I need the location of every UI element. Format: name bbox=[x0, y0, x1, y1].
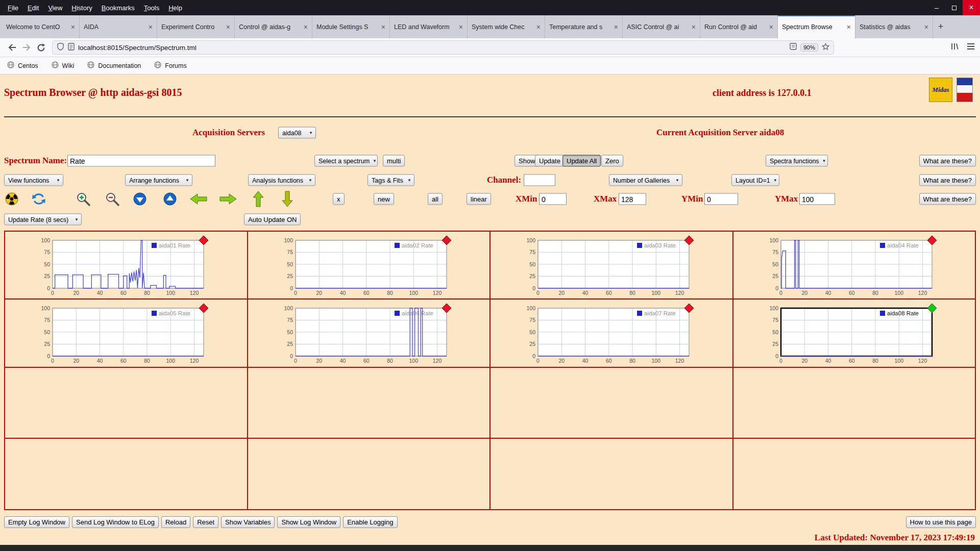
channel-input[interactable] bbox=[524, 174, 555, 186]
gallery-cell-3[interactable]: 0204060801001200255075100aida03 Rate bbox=[490, 231, 733, 299]
menu-history[interactable]: History bbox=[67, 4, 96, 12]
tab-close-icon[interactable]: × bbox=[536, 23, 541, 31]
tab-9[interactable]: ASIC Control @ ai× bbox=[623, 15, 700, 38]
empty-log-window-button[interactable]: Empty Log Window bbox=[4, 516, 69, 528]
new-button[interactable]: new bbox=[374, 193, 394, 205]
tab-close-icon[interactable]: × bbox=[149, 23, 153, 31]
arrow-down-icon[interactable] bbox=[281, 190, 294, 208]
arrange-functions-dropdown[interactable]: Arrange functions▼ bbox=[125, 174, 192, 186]
tab-6[interactable]: LED and Waveform× bbox=[390, 15, 468, 38]
spectrum-chart[interactable]: 0204060801001200255075100aida06 Rate bbox=[251, 301, 484, 364]
tab-close-icon[interactable]: × bbox=[71, 23, 75, 31]
bookmark-centos[interactable]: Centos bbox=[7, 61, 38, 70]
menu-help[interactable]: Help bbox=[164, 4, 187, 12]
gallery-cell-7[interactable]: 0204060801001200255075100aida07 Rate bbox=[490, 299, 733, 367]
tab-close-icon[interactable]: × bbox=[924, 23, 928, 31]
arrow-right-icon[interactable] bbox=[219, 192, 237, 206]
tab-11[interactable]: Spectrum Browse× bbox=[778, 15, 855, 38]
bookmark-star-icon[interactable] bbox=[822, 43, 829, 53]
gallery-cell-5[interactable]: 0204060801001200255075100aida05 Rate bbox=[5, 299, 248, 367]
maximize-button[interactable] bbox=[945, 0, 963, 15]
reset-button[interactable]: Reset bbox=[193, 516, 218, 528]
tab-close-icon[interactable]: × bbox=[614, 23, 618, 31]
shield-icon[interactable] bbox=[57, 42, 64, 53]
auto-update-button[interactable]: Auto Update ON bbox=[244, 214, 301, 226]
spectrum-chart[interactable]: 0204060801001200255075100aida08 Rate bbox=[736, 301, 970, 364]
zoom-in-icon[interactable] bbox=[76, 191, 91, 207]
arrow-left-icon[interactable] bbox=[189, 192, 208, 206]
spectrum-chart[interactable]: 0204060801001200255075100aida05 Rate bbox=[8, 301, 241, 364]
menu-tools[interactable]: Tools bbox=[139, 4, 164, 12]
tab-7[interactable]: System wide Chec× bbox=[468, 15, 545, 38]
reader-mode-icon[interactable] bbox=[790, 43, 797, 52]
ymin-input[interactable] bbox=[704, 193, 738, 205]
zoom-out-icon[interactable] bbox=[105, 191, 120, 207]
tab-close-icon[interactable]: × bbox=[226, 23, 230, 31]
gallery-cell-2[interactable]: 0204060801001200255075100aida02 Rate bbox=[248, 231, 491, 299]
midas-logo[interactable]: Midas bbox=[929, 78, 952, 102]
app-menu-icon[interactable] bbox=[967, 43, 975, 52]
arrow-up-icon[interactable] bbox=[252, 190, 265, 208]
what-are-these-button[interactable]: What are these? bbox=[919, 155, 976, 167]
spectra-functions-dropdown[interactable]: Spectra functions▼ bbox=[766, 155, 828, 167]
tab-close-icon[interactable]: × bbox=[847, 23, 851, 31]
site-info-icon[interactable] bbox=[68, 43, 75, 53]
radiation-icon[interactable] bbox=[5, 192, 18, 206]
spectrum-name-input[interactable] bbox=[67, 155, 215, 167]
analysis-functions-dropdown[interactable]: Analysis functions▼ bbox=[248, 174, 315, 186]
multi-button[interactable]: multi bbox=[383, 155, 405, 167]
how-to-use-button[interactable]: How to use this page bbox=[906, 516, 976, 528]
spectrum-chart[interactable]: 0204060801001200255075100aida07 Rate bbox=[493, 301, 727, 364]
tab-10[interactable]: Run Control @ aid× bbox=[700, 15, 778, 38]
xmin-input[interactable] bbox=[539, 193, 567, 205]
spectrum-chart[interactable]: 0204060801001200255075100aida01 Rate bbox=[8, 233, 241, 296]
gallery-cell-1[interactable]: 0204060801001200255075100aida01 Rate bbox=[5, 231, 248, 299]
zero-button[interactable]: Zero bbox=[601, 155, 623, 167]
forward-button[interactable] bbox=[19, 40, 34, 55]
menu-view[interactable]: View bbox=[43, 4, 67, 12]
tab-8[interactable]: Temperature and s× bbox=[545, 15, 623, 38]
refresh-icon[interactable] bbox=[32, 192, 46, 206]
tab-close-icon[interactable]: × bbox=[304, 23, 308, 31]
what-are-these-button[interactable]: What are these? bbox=[919, 193, 976, 205]
acquisition-server-dropdown[interactable]: aida08▼ bbox=[278, 127, 316, 139]
galleries-dropdown[interactable]: Number of Galleries▼ bbox=[609, 174, 682, 186]
gallery-cell-8[interactable]: 0204060801001200255075100aida08 Rate bbox=[733, 299, 976, 367]
circle-arrow-down-icon[interactable] bbox=[133, 192, 146, 206]
tab-close-icon[interactable]: × bbox=[459, 23, 463, 31]
tab-close-icon[interactable]: × bbox=[769, 23, 773, 31]
tab-5[interactable]: Module Settings S× bbox=[312, 15, 390, 38]
tab-close-icon[interactable]: × bbox=[692, 23, 696, 31]
show-variables-button[interactable]: Show Variables bbox=[221, 516, 275, 528]
circle-arrow-up-icon[interactable] bbox=[163, 192, 177, 206]
menu-edit[interactable]: Edit bbox=[23, 4, 43, 12]
reload-button[interactable]: Reload bbox=[161, 516, 190, 528]
update-all-button[interactable]: Update All bbox=[562, 155, 601, 167]
zoom-level-chip[interactable]: 90% bbox=[800, 43, 818, 52]
update-button[interactable]: Update bbox=[535, 155, 565, 167]
close-button[interactable]: × bbox=[963, 0, 980, 15]
url-bar[interactable]: localhost:8015/Spectrum/Spectrum.tml 90% bbox=[52, 40, 834, 55]
linear-button[interactable]: linear bbox=[467, 193, 491, 205]
tab-3[interactable]: Experiment Contro× bbox=[157, 15, 235, 38]
tab-close-icon[interactable]: × bbox=[381, 23, 385, 31]
enable-logging-button[interactable]: Enable Logging bbox=[343, 516, 397, 528]
reload-button[interactable] bbox=[34, 40, 48, 55]
x-button[interactable]: x bbox=[333, 193, 345, 205]
gallery-cell-4[interactable]: 0204060801001200255075100aida04 Rate bbox=[733, 231, 976, 299]
bookmark-wiki[interactable]: Wiki bbox=[52, 61, 75, 70]
tags-fits-dropdown[interactable]: Tags & Fits▼ bbox=[368, 174, 414, 186]
tab-12[interactable]: Statistics @ aidas× bbox=[855, 15, 933, 38]
back-button[interactable] bbox=[5, 40, 19, 55]
all-button[interactable]: all bbox=[428, 193, 443, 205]
menu-file[interactable]: File bbox=[3, 4, 23, 12]
view-functions-dropdown[interactable]: View functions▼ bbox=[4, 174, 63, 186]
new-tab-button[interactable]: + bbox=[933, 15, 948, 38]
library-icon[interactable] bbox=[950, 42, 959, 53]
xmax-input[interactable] bbox=[619, 193, 646, 205]
what-are-these-button[interactable]: What are these? bbox=[919, 174, 976, 186]
spectrum-chart[interactable]: 0204060801001200255075100aida02 Rate bbox=[251, 233, 484, 296]
show-log-window-button[interactable]: Show Log Window bbox=[277, 516, 340, 528]
bookmark-forums[interactable]: Forums bbox=[154, 61, 186, 70]
spectrum-chart[interactable]: 0204060801001200255075100aida03 Rate bbox=[493, 233, 727, 296]
